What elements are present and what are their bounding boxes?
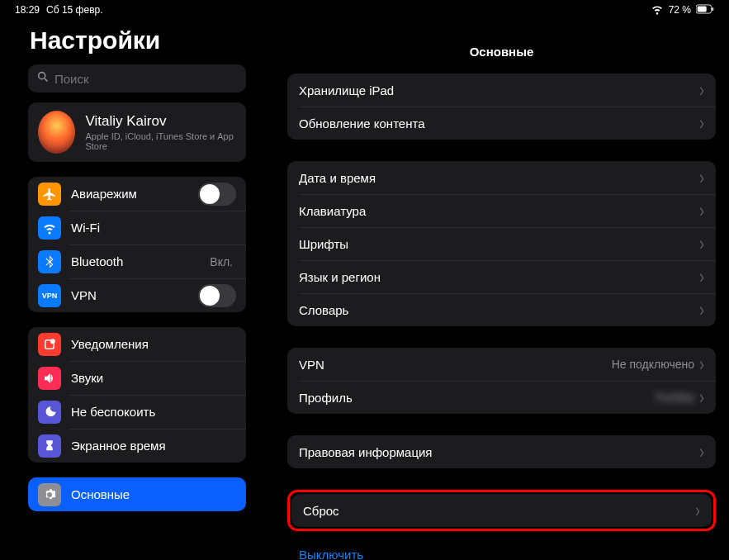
fonts-label: Шрифты: [299, 237, 699, 251]
bluetooth-icon: [38, 250, 61, 273]
sounds-icon: [38, 367, 61, 390]
vpn-icon: VPN: [38, 284, 61, 307]
avatar: [38, 111, 75, 154]
airplane-label: Авиарежим: [71, 187, 188, 201]
dnd-icon: [38, 401, 61, 424]
reset-row[interactable]: Сброс ›: [291, 494, 712, 527]
dictionary-label: Словарь: [299, 303, 699, 317]
settings-sidebar: Настройки Vitaliy Kairov Apple ID, iClou…: [0, 20, 274, 560]
dnd-row[interactable]: Не беспокоить: [28, 395, 246, 429]
vpn-row[interactable]: VPN VPN: [28, 278, 246, 312]
dictionary-row[interactable]: Словарь ›: [287, 293, 716, 326]
legal-group: Правовая информация ›: [287, 435, 716, 468]
keyboard-label: Клавиатура: [299, 204, 699, 218]
datetime-label: Дата и время: [299, 171, 699, 185]
chevron-right-icon: ›: [699, 168, 704, 187]
general-label: Основные: [71, 487, 236, 501]
svg-rect-1: [698, 6, 707, 12]
sounds-label: Звуки: [71, 371, 236, 385]
screentime-label: Экранное время: [71, 439, 236, 453]
chevron-right-icon: ›: [699, 354, 704, 373]
notifications-icon: [38, 333, 61, 356]
vpn-label: VPN: [71, 288, 188, 302]
dnd-label: Не беспокоить: [71, 405, 236, 419]
reset-group: Сброс ›: [291, 494, 712, 527]
sounds-row[interactable]: Звуки: [28, 361, 246, 395]
search-input[interactable]: [54, 72, 238, 86]
search-box[interactable]: [28, 64, 246, 93]
notifications-row[interactable]: Уведомления: [28, 327, 246, 361]
storage-group: Хранилище iPad › Обновление контента ›: [287, 74, 716, 140]
legal-label: Правовая информация: [299, 445, 699, 459]
background-refresh-label: Обновление контента: [299, 116, 699, 131]
chevron-right-icon: ›: [699, 300, 704, 319]
status-bar: 18:29 Сб 15 февр. 72 %: [0, 0, 729, 20]
background-refresh-row[interactable]: Обновление контента ›: [287, 107, 716, 140]
reset-highlight: Сброс ›: [287, 490, 716, 531]
search-icon: [36, 70, 50, 87]
general-row[interactable]: Основные: [28, 477, 246, 511]
status-battery: 72 %: [669, 4, 691, 16]
screentime-icon: [38, 434, 61, 458]
chevron-right-icon: ›: [699, 387, 704, 406]
language-label: Язык и регион: [299, 270, 699, 284]
chevron-right-icon: ›: [699, 267, 704, 286]
battery-icon: [696, 4, 714, 17]
status-date: Сб 15 февр.: [46, 4, 102, 16]
detail-vpn-row[interactable]: VPN Не подключено ›: [287, 348, 716, 381]
apple-id-row[interactable]: Vitaliy Kairov Apple ID, iCloud, iTunes …: [28, 102, 246, 162]
vpn-switch[interactable]: [198, 284, 236, 307]
profile-value: Toshiba: [655, 391, 694, 404]
detail-pane: Основные Хранилище iPad › Обновление кон…: [274, 20, 729, 560]
account-name: Vitaliy Kairov: [85, 113, 236, 130]
bluetooth-row[interactable]: Bluetooth Вкл.: [28, 244, 246, 278]
status-time: 18:29: [15, 4, 40, 16]
notifications-label: Уведомления: [71, 337, 236, 351]
chevron-right-icon: ›: [699, 201, 704, 220]
legal-row[interactable]: Правовая информация ›: [287, 435, 716, 468]
network-group: Авиарежим Wi-Fi Bluetooth Вкл. VPN VPN: [28, 177, 246, 312]
storage-label: Хранилище iPad: [299, 83, 699, 97]
language-row[interactable]: Язык и регион ›: [287, 260, 716, 293]
detail-vpn-value: Не подключено: [612, 358, 694, 371]
wifi-icon: [651, 2, 664, 18]
wifi-row-icon: [38, 216, 61, 240]
general-group: Основные: [28, 477, 246, 511]
wifi-row[interactable]: Wi-Fi: [28, 211, 246, 244]
airplane-icon: [38, 183, 61, 206]
account-sub: Apple ID, iCloud, iTunes Store и App Sto…: [85, 131, 236, 151]
settings-title: Настройки: [8, 20, 266, 64]
svg-rect-2: [712, 7, 713, 10]
locale-group: Дата и время › Клавиатура › Шрифты › Язы…: [287, 161, 716, 326]
detail-title: Основные: [274, 20, 729, 74]
chevron-right-icon: ›: [699, 113, 704, 132]
svg-line-4: [45, 78, 47, 81]
alerts-group: Уведомления Звуки Не беспокоить Экранное…: [28, 327, 246, 463]
storage-row[interactable]: Хранилище iPad ›: [287, 74, 716, 107]
svg-point-3: [39, 73, 45, 79]
vpn-profile-group: VPN Не подключено › Профиль Toshiba ›: [287, 348, 716, 414]
profile-label: Профиль: [299, 391, 655, 405]
fonts-row[interactable]: Шрифты ›: [287, 227, 716, 260]
airplane-switch[interactable]: [198, 183, 236, 206]
bluetooth-label: Bluetooth: [71, 254, 200, 268]
reset-label: Сброс: [303, 504, 695, 518]
chevron-right-icon: ›: [699, 80, 704, 99]
chevron-right-icon: ›: [695, 501, 700, 520]
keyboard-row[interactable]: Клавиатура ›: [287, 194, 716, 227]
screentime-row[interactable]: Экранное время: [28, 429, 246, 463]
profile-row[interactable]: Профиль Toshiba ›: [287, 381, 716, 414]
bluetooth-value: Вкл.: [210, 255, 233, 268]
wifi-label: Wi-Fi: [71, 221, 223, 235]
shutdown-button[interactable]: Выключить: [287, 543, 716, 560]
chevron-right-icon: ›: [699, 234, 704, 253]
svg-point-6: [50, 339, 55, 344]
general-icon: [38, 483, 61, 506]
airplane-row[interactable]: Авиарежим: [28, 177, 246, 211]
chevron-right-icon: ›: [699, 442, 704, 461]
detail-vpn-label: VPN: [299, 358, 612, 372]
datetime-row[interactable]: Дата и время ›: [287, 161, 716, 194]
